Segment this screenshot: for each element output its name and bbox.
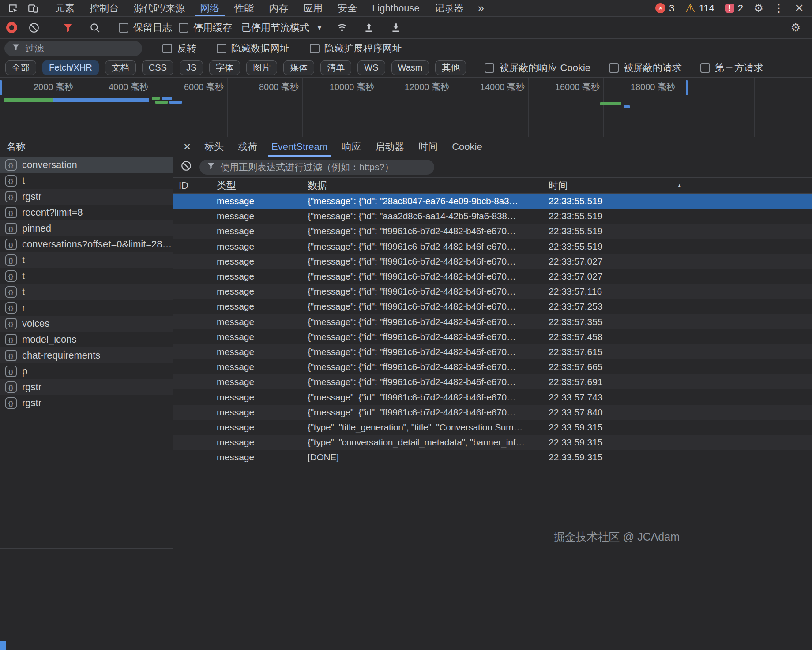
requests-name-column-header[interactable]: 名称	[0, 137, 173, 157]
eventstream-row[interactable]: message {"message": {"id": "ff9961c6-b7d…	[173, 314, 812, 329]
panel-tab[interactable]: Lighthouse	[365, 0, 427, 16]
block-icon[interactable]	[180, 160, 192, 174]
panel-tab[interactable]: 安全	[330, 0, 365, 16]
panel-tab[interactable]: 性能	[227, 0, 261, 16]
eventstream-row[interactable]: message {"message": {"id": "ff9961c6-b7d…	[173, 374, 812, 389]
request-row[interactable]: {} recent?limit=8	[0, 205, 173, 220]
eventstream-row[interactable]: message {"message": {"id": "ff9961c6-b7d…	[173, 389, 812, 404]
eventstream-row[interactable]: message {"message": {"id": "aaa2d8c6-aa1…	[173, 209, 812, 224]
panel-tab[interactable]: 控制台	[82, 0, 126, 16]
detail-tab[interactable]: 标头	[197, 137, 231, 157]
eventstream-row[interactable]: message {"message": {"id": "28ac8047-ea7…	[173, 194, 812, 209]
blocked-cookies-checkbox[interactable]	[485, 63, 494, 73]
clear-network-log-icon[interactable]	[24, 19, 44, 36]
resource-type-pill[interactable]: 字体	[209, 60, 240, 75]
resource-type-pill[interactable]: Fetch/XHR	[42, 60, 99, 75]
eventstream-row[interactable]: message {"message": {"id": "ff9961c6-b7d…	[173, 299, 812, 314]
request-row[interactable]: {} t	[0, 252, 173, 268]
panel-tab[interactable]: 记录器	[427, 0, 471, 16]
eventstream-row[interactable]: message {"message": {"id": "ff9961c6-b7d…	[173, 405, 812, 420]
detail-tab[interactable]: 时间	[411, 137, 445, 157]
eventstream-row[interactable]: message {"message": {"id": "ff9961c6-b7d…	[173, 284, 812, 299]
request-row[interactable]: {} t	[0, 268, 173, 284]
column-header-id[interactable]: ID	[173, 178, 211, 193]
preserve-log-checkbox[interactable]	[119, 23, 128, 33]
resource-type-pill[interactable]: WS	[357, 60, 385, 75]
settings-gear-icon[interactable]: ⚙	[748, 0, 769, 17]
request-row[interactable]: {} model_icons	[0, 332, 173, 347]
inspect-element-icon[interactable]	[3, 0, 23, 17]
eventstream-filter-input[interactable]	[220, 162, 428, 172]
request-row[interactable]: {} rgstr	[0, 379, 173, 395]
detail-tab[interactable]: 载荷	[231, 137, 264, 157]
eventstream-toolbar	[173, 157, 812, 178]
resource-type-pill[interactable]: 媒体	[283, 60, 314, 75]
timeline-overview[interactable]: 2000 毫秒4000 毫秒6000 毫秒8000 毫秒10000 毫秒1200…	[0, 78, 812, 137]
third-party-checkbox[interactable]	[700, 63, 710, 73]
resource-type-pill[interactable]: 图片	[246, 60, 277, 75]
column-header-time[interactable]: 时间 ▲	[543, 178, 687, 193]
error-badge[interactable]: ✕ 3	[655, 3, 674, 14]
resource-type-pill[interactable]: CSS	[142, 60, 173, 75]
request-row[interactable]: {} voices	[0, 316, 173, 332]
eventstream-row[interactable]: message [DONE] 22:33:59.315	[173, 450, 812, 465]
network-settings-gear-icon[interactable]: ⚙	[786, 19, 806, 36]
detail-tab[interactable]: 响应	[335, 137, 368, 157]
export-har-icon[interactable]	[386, 19, 406, 36]
column-header-type[interactable]: 类型	[211, 178, 302, 193]
blocked-requests-checkbox[interactable]	[609, 63, 619, 73]
invert-checkbox[interactable]	[162, 44, 172, 53]
warning-badge[interactable]: ⚠ 114	[685, 3, 714, 14]
resource-type-pill[interactable]: 清单	[320, 60, 351, 75]
detail-tab[interactable]: Cookie	[445, 137, 489, 157]
panel-tab[interactable]: 源代码/来源	[126, 0, 192, 16]
column-header-data[interactable]: 数据	[302, 178, 543, 193]
request-row[interactable]: {} r	[0, 300, 173, 316]
panel-tab[interactable]: 网络	[192, 0, 227, 16]
eventstream-row[interactable]: message {"message": {"id": "ff9961c6-b7d…	[173, 359, 812, 374]
close-detail-icon[interactable]: ✕	[177, 142, 197, 152]
request-row[interactable]: {} conversations?offset=0&limit=28…	[0, 236, 173, 252]
hide-extension-urls-checkbox[interactable]	[310, 44, 320, 53]
import-har-icon[interactable]	[359, 19, 379, 36]
eventstream-row[interactable]: message {"message": {"id": "ff9961c6-b7d…	[173, 254, 812, 269]
filter-funnel-icon[interactable]	[58, 19, 78, 36]
resource-type-pill[interactable]: 全部	[5, 60, 36, 75]
request-row[interactable]: {} rgstr	[0, 395, 173, 411]
request-row[interactable]: {} rgstr	[0, 189, 173, 205]
throttling-select[interactable]: 已停用节流模式 ▼	[239, 21, 325, 34]
eventstream-row[interactable]: message {"message": {"id": "ff9961c6-b7d…	[173, 239, 812, 254]
request-row[interactable]: {} t	[0, 173, 173, 189]
eventstream-row[interactable]: message {"message": {"id": "ff9961c6-b7d…	[173, 269, 812, 284]
eventstream-row[interactable]: message {"message": {"id": "ff9961c6-b7d…	[173, 329, 812, 344]
disable-cache-checkbox[interactable]	[179, 23, 188, 33]
request-row[interactable]: {} p	[0, 363, 173, 379]
kebab-menu-icon[interactable]: ⋮	[769, 0, 789, 17]
panel-tab[interactable]: 元素	[48, 0, 82, 16]
panel-tab[interactable]: 应用	[296, 0, 330, 16]
search-icon[interactable]	[85, 19, 105, 36]
request-row[interactable]: {} chat-requirements	[0, 347, 173, 363]
detail-tab[interactable]: EventStream	[264, 137, 335, 157]
record-network-log-button[interactable]	[6, 22, 17, 33]
resource-type-pill[interactable]: 其他	[435, 60, 466, 75]
request-row[interactable]: {} pinned	[0, 220, 173, 236]
eventstream-row[interactable]: message {"message": {"id": "ff9961c6-b7d…	[173, 224, 812, 239]
resource-type-pill[interactable]: Wasm	[391, 60, 429, 75]
request-row[interactable]: {} conversation	[0, 157, 173, 173]
eventstream-row[interactable]: message {"type": "conversation_detail_me…	[173, 435, 812, 450]
panel-tab[interactable]: 内存	[261, 0, 296, 16]
resource-type-pill[interactable]: 文档	[105, 60, 136, 75]
eventstream-row[interactable]: message {"type": "title_generation", "ti…	[173, 420, 812, 435]
resource-type-pill[interactable]: JS	[180, 60, 203, 75]
network-conditions-icon[interactable]	[332, 19, 352, 36]
close-devtools-icon[interactable]: ✕	[789, 0, 809, 17]
network-filter-input[interactable]	[25, 43, 135, 54]
more-panels-icon[interactable]: »	[471, 1, 491, 15]
request-row[interactable]: {} t	[0, 284, 173, 300]
issues-badge[interactable]: ! 2	[725, 3, 743, 14]
hide-data-urls-checkbox[interactable]	[217, 44, 226, 53]
device-toolbar-icon[interactable]	[23, 0, 43, 17]
detail-tab[interactable]: 启动器	[368, 137, 411, 157]
eventstream-row[interactable]: message {"message": {"id": "ff9961c6-b7d…	[173, 344, 812, 359]
